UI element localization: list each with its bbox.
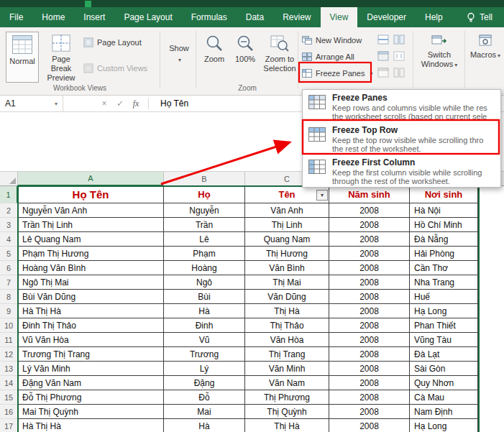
data-cell[interactable]: Phan Thiết: [410, 318, 478, 333]
data-cell[interactable]: Bùi: [164, 290, 245, 304]
data-cell[interactable]: Mai: [164, 405, 245, 419]
data-cell[interactable]: Hải Phòng: [410, 247, 478, 261]
data-cell[interactable]: Thị Hương: [245, 247, 329, 261]
data-cell[interactable]: Trần: [164, 218, 245, 232]
data-cell[interactable]: Nha Trang: [410, 275, 478, 290]
ribbon-tab-page-layout[interactable]: Page Layout: [114, 7, 181, 27]
split-button[interactable]: [377, 34, 390, 45]
data-cell[interactable]: Vũ Văn Hòa: [18, 333, 164, 347]
data-cell[interactable]: Đỗ Thị Phương: [18, 390, 164, 405]
column-header-a[interactable]: A: [18, 172, 164, 186]
data-cell[interactable]: Thị Linh: [245, 218, 329, 232]
data-cell[interactable]: Thị Thảo: [245, 318, 329, 333]
row-number-3[interactable]: 3: [0, 218, 18, 232]
data-cell[interactable]: 2008: [329, 304, 410, 318]
data-cell[interactable]: Trương: [164, 347, 245, 362]
page-layout-view-button[interactable]: Page Layout: [83, 36, 142, 49]
data-cell[interactable]: Đặng Văn Nam: [18, 376, 164, 390]
synchronous-scrolling-button[interactable]: [393, 50, 406, 62]
row-number-4[interactable]: 4: [0, 232, 18, 247]
data-cell[interactable]: 2008: [329, 362, 410, 376]
data-cell[interactable]: 2008: [329, 318, 410, 333]
data-cell[interactable]: Phạm Thị Hương: [18, 247, 164, 261]
data-cell[interactable]: Ngô: [164, 275, 245, 290]
ribbon-tab-insert[interactable]: Insert: [74, 7, 114, 27]
data-cell[interactable]: Lê: [164, 232, 245, 247]
data-cell[interactable]: Nguyễn Văn Anh: [18, 203, 164, 218]
data-cell[interactable]: Thị Mai: [245, 275, 329, 290]
data-cell[interactable]: Thị Hà: [245, 419, 329, 432]
custom-views-button[interactable]: Custom Views: [83, 62, 147, 75]
data-cell[interactable]: Thị Hà: [245, 304, 329, 318]
page-break-preview-button[interactable]: Page BreakPreview: [41, 32, 81, 83]
data-cell[interactable]: Lê Quang Nam: [18, 232, 164, 247]
data-cell[interactable]: 2008: [329, 218, 410, 232]
data-cell[interactable]: Thị Phương: [245, 390, 329, 405]
name-box-dropdown-icon[interactable]: ▾: [55, 101, 58, 107]
row-number-5[interactable]: 5: [0, 247, 18, 261]
row-number-10[interactable]: 10: [0, 318, 18, 333]
row-number-15[interactable]: 15: [0, 390, 18, 405]
data-cell[interactable]: Mai Thị Quỳnh: [18, 405, 164, 419]
zoom-to-selection-button[interactable]: Zoom toSelection: [262, 32, 298, 83]
data-cell[interactable]: Lý Văn Minh: [18, 362, 164, 376]
data-cell[interactable]: Văn Dũng: [245, 290, 329, 304]
data-cell[interactable]: 2008: [329, 419, 410, 432]
row-number-14[interactable]: 14: [0, 376, 18, 390]
data-cell[interactable]: 2008: [329, 203, 410, 218]
menu-item-freeze-first-column[interactable]: Freeze First Column Keep the first colum…: [303, 155, 500, 188]
data-cell[interactable]: 2008: [329, 376, 410, 390]
data-cell[interactable]: Hạ Long: [410, 304, 478, 318]
row-number-1[interactable]: 1: [0, 186, 18, 203]
data-cell[interactable]: Đỗ: [164, 390, 245, 405]
freeze-panes-button[interactable]: Freeze Panes ▾: [302, 67, 373, 80]
view-side-by-side-button[interactable]: [393, 34, 406, 45]
data-cell[interactable]: Cần Thơ: [410, 261, 478, 275]
tell-me-box[interactable]: Tell: [467, 7, 504, 27]
data-cell[interactable]: Đinh Thị Thảo: [18, 318, 164, 333]
data-cell[interactable]: Hoàng: [164, 261, 245, 275]
ribbon-tab-home[interactable]: Home: [32, 7, 74, 27]
data-cell[interactable]: Đà Nẵng: [410, 232, 478, 247]
column-header-b[interactable]: B: [164, 172, 245, 186]
zoom-button[interactable]: Zoom: [200, 32, 229, 83]
data-cell[interactable]: Hà Thị Hà: [18, 304, 164, 318]
data-cell[interactable]: Quang Nam: [245, 232, 329, 247]
row-number-13[interactable]: 13: [0, 362, 18, 376]
ribbon-tab-file[interactable]: File: [0, 7, 32, 27]
data-cell[interactable]: Thị Trang: [245, 347, 329, 362]
data-cell[interactable]: 2008: [329, 405, 410, 419]
row-number-17[interactable]: 17: [0, 419, 18, 432]
data-cell[interactable]: Văn Bình: [245, 261, 329, 275]
data-cell[interactable]: Đà Lạt: [410, 347, 478, 362]
header-cell[interactable]: Họ Tên: [18, 186, 164, 203]
data-cell[interactable]: Phạm: [164, 247, 245, 261]
data-cell[interactable]: Quy Nhơn: [410, 376, 478, 390]
arrange-all-button[interactable]: Arrange All: [302, 50, 354, 63]
new-window-button[interactable]: New Window: [302, 34, 362, 47]
data-cell[interactable]: 2008: [329, 347, 410, 362]
menu-item-freeze-top-row[interactable]: Freeze Top Row Keep the top row visible …: [303, 123, 500, 155]
switch-windows-button[interactable]: SwitchWindows▾: [417, 32, 462, 83]
data-cell[interactable]: Trần Thị Linh: [18, 218, 164, 232]
data-cell[interactable]: Vũ: [164, 333, 245, 347]
row-number-2[interactable]: 2: [0, 203, 18, 218]
data-cell[interactable]: Trương Thị Trang: [18, 347, 164, 362]
ribbon-tab-data[interactable]: Data: [237, 7, 273, 27]
row-number-8[interactable]: 8: [0, 290, 18, 304]
data-cell[interactable]: Văn Hòa: [245, 333, 329, 347]
header-cell[interactable]: Nơi sinh: [410, 186, 478, 203]
menu-item-freeze-panes[interactable]: Freeze Panes Keep rows and columns visib…: [303, 91, 500, 123]
data-cell[interactable]: Nam Định: [410, 405, 478, 419]
header-cell[interactable]: Họ: [164, 186, 245, 203]
data-cell[interactable]: Ngô Thị Mai: [18, 275, 164, 290]
ribbon-tab-developer[interactable]: Developer: [357, 7, 416, 27]
row-number-7[interactable]: 7: [0, 275, 18, 290]
data-cell[interactable]: Lý: [164, 362, 245, 376]
ribbon-tab-formulas[interactable]: Formulas: [182, 7, 237, 27]
zoom-100-button[interactable]: 100%: [230, 32, 260, 83]
enter-button[interactable]: ✓: [112, 98, 128, 109]
macros-button[interactable]: Macros▾: [469, 32, 502, 83]
cancel-button[interactable]: ×: [96, 98, 112, 109]
data-cell[interactable]: 2008: [329, 247, 410, 261]
